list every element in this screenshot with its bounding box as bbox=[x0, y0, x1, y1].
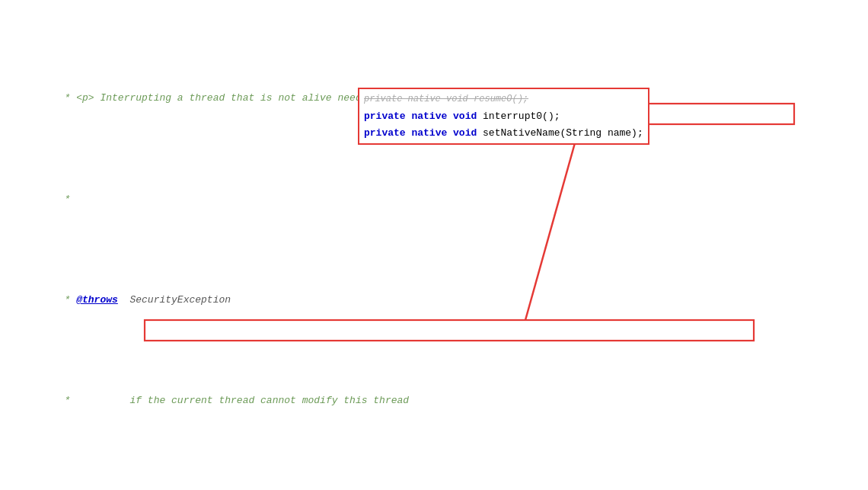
popup-line-1: private native void interrupt0(); bbox=[364, 108, 643, 125]
line-text: * if the current thread cannot modify th… bbox=[59, 395, 409, 406]
code-line-2: * bbox=[15, 175, 868, 225]
code-line-5: * bbox=[15, 477, 868, 491]
code-line-4: * if the current thread cannot modify th… bbox=[15, 376, 868, 426]
popup-line-0: private native void resumeO(); bbox=[364, 91, 643, 108]
popup-native-methods: private native void resumeO(); private n… bbox=[358, 88, 649, 145]
line-text: * bbox=[59, 194, 71, 205]
line-text: * @throws SecurityException bbox=[59, 294, 231, 306]
popup-line-2: private native void setNativeName(String… bbox=[364, 125, 643, 142]
code-line-3: * @throws SecurityException bbox=[15, 275, 868, 325]
